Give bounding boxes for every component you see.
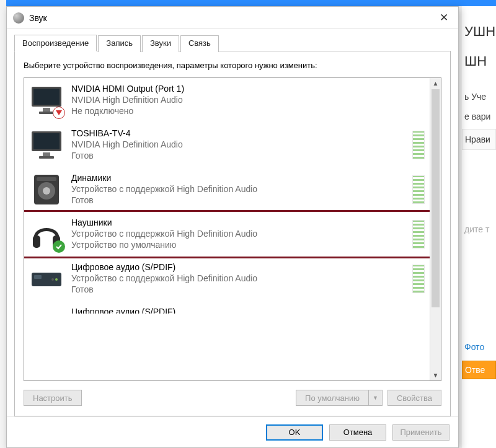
- properties-button[interactable]: Свойства: [388, 390, 441, 406]
- titlebar: Звук ✕: [7, 7, 458, 29]
- scroll-up-button[interactable]: ▲: [430, 78, 441, 89]
- device-name: TOSHIBA-TV-4: [71, 128, 405, 139]
- chevron-down-icon: ▼: [373, 395, 378, 401]
- device-item-partial[interactable]: Цифровое аудио (S/PDIF): [24, 301, 430, 314]
- optical-icon: [29, 261, 64, 296]
- cancel-button[interactable]: Отмена: [329, 424, 386, 441]
- bg-text-frag6: дите т: [462, 224, 496, 234]
- bg-text-frag3: ь Уче: [462, 92, 496, 102]
- instruction-text: Выберите устройство воспроизведения, пар…: [24, 60, 441, 71]
- playback-tab-page: Выберите устройство воспроизведения, пар…: [14, 51, 451, 416]
- tab-strip: Воспроизведение Запись Звуки Связь: [7, 29, 458, 51]
- default-split-button: По умолчанию ▼: [296, 390, 383, 406]
- device-status: Устройство по умолчанию: [71, 239, 405, 250]
- device-status: Готов: [71, 284, 405, 295]
- ok-button[interactable]: OK: [266, 424, 323, 441]
- sound-dialog: Звук ✕ Воспроизведение Запись Звуки Связ…: [6, 6, 459, 448]
- default-check-badge-icon: [53, 240, 65, 253]
- device-status: Готов: [71, 195, 405, 206]
- bg-heading-frag2: ШН: [462, 50, 496, 78]
- device-list-container: NVIDIA HDMI Output (Port 1)NVIDIA High D…: [24, 77, 441, 381]
- scroll-down-button[interactable]: ▼: [430, 369, 441, 380]
- scroll-track[interactable]: [430, 89, 441, 369]
- device-name: Динамики: [71, 172, 405, 183]
- set-default-dropdown[interactable]: ▼: [368, 390, 383, 406]
- headphones-icon: [29, 217, 64, 252]
- bg-submit-button: Отве: [462, 361, 496, 379]
- device-item[interactable]: ДинамикиУстройство с поддержкой High Def…: [24, 167, 430, 212]
- device-status: Не подключено: [71, 105, 425, 116]
- device-name: Наушники: [71, 217, 405, 228]
- bg-photo-link: Фото: [462, 342, 496, 352]
- device-item[interactable]: НаушникиУстройство с поддержкой High Def…: [24, 210, 430, 258]
- tab-communications[interactable]: Связь: [180, 35, 219, 52]
- device-item[interactable]: Цифровое аудио (S/PDIF)Устройство с подд…: [24, 257, 430, 301]
- tab-playback[interactable]: Воспроизведение: [14, 35, 97, 51]
- device-name: Цифровое аудио (S/PDIF): [71, 306, 425, 314]
- dialog-footer: OK Отмена Применить: [7, 416, 458, 447]
- device-list[interactable]: NVIDIA HDMI Output (Port 1)NVIDIA High D…: [24, 78, 430, 380]
- bg-like-box: Нрави: [462, 129, 496, 150]
- device-controller: Устройство с поддержкой High Definition …: [71, 228, 405, 239]
- background-page: УШН ШН ь Уче е вари Нрави дите т Фото От…: [462, 6, 496, 448]
- close-button[interactable]: ✕: [430, 7, 458, 29]
- speaker-icon: [29, 172, 64, 207]
- level-meter: [412, 131, 425, 159]
- tab-recording[interactable]: Запись: [98, 35, 141, 52]
- device-controller: NVIDIA High Definition Audio: [71, 139, 405, 150]
- monitor-icon: [29, 128, 64, 162]
- level-meter: [412, 175, 425, 204]
- scroll-thumb[interactable]: [432, 89, 440, 308]
- device-controller: Устройство с поддержкой High Definition …: [71, 273, 405, 284]
- dialog-title: Звук: [29, 13, 47, 23]
- device-name: NVIDIA HDMI Output (Port 1): [71, 83, 425, 94]
- scrollbar[interactable]: ▲ ▼: [430, 78, 441, 380]
- browser-tab-stripe: [6, 0, 496, 6]
- placeholder-icon: [29, 306, 64, 314]
- tab-sounds[interactable]: Звуки: [142, 35, 179, 52]
- close-icon: ✕: [440, 11, 448, 24]
- apply-button[interactable]: Применить: [392, 424, 450, 441]
- device-item[interactable]: TOSHIBA-TV-4NVIDIA High Definition Audio…: [24, 123, 430, 167]
- sound-icon: [13, 12, 24, 24]
- configure-button[interactable]: Настроить: [24, 390, 82, 406]
- bottom-toolbar: Настроить По умолчанию ▼ Свойства: [24, 390, 441, 406]
- bg-text-frag4: е вари: [462, 112, 496, 121]
- set-default-button[interactable]: По умолчанию: [296, 390, 368, 406]
- monitor-icon: [29, 83, 64, 118]
- level-meter: [412, 220, 425, 248]
- device-item[interactable]: NVIDIA HDMI Output (Port 1)NVIDIA High D…: [24, 78, 430, 123]
- device-controller: NVIDIA High Definition Audio: [71, 94, 425, 105]
- bg-heading-frag1: УШН: [462, 6, 496, 50]
- device-name: Цифровое аудио (S/PDIF): [71, 261, 405, 273]
- level-meter: [412, 265, 425, 293]
- device-status: Готов: [71, 150, 405, 161]
- device-controller: Устройство с поддержкой High Definition …: [71, 183, 405, 195]
- unplugged-badge-icon: [53, 107, 65, 119]
